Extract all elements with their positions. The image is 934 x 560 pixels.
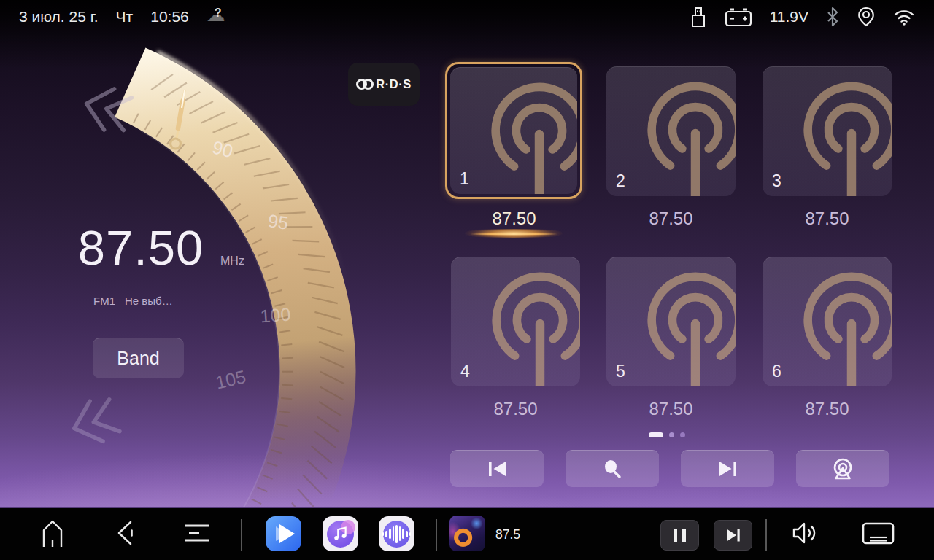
- status-date: 3 июл. 25 г.: [19, 8, 99, 26]
- status-time: 10:56: [150, 8, 189, 26]
- antenna-icon: [790, 267, 892, 386]
- now-playing-album-art[interactable]: [449, 516, 485, 551]
- preset-frequency: 87.50: [606, 209, 736, 229]
- dial-label-100: 100: [260, 304, 292, 327]
- radio-app-screen: 90 95 100 105 3 июл. 25 г. Чт 10:56 ☁: [0, 0, 934, 560]
- preset-tile-2[interactable]: 2: [606, 66, 736, 196]
- seek-up-chevron-icon[interactable]: [68, 395, 121, 448]
- car-battery-icon: [725, 7, 752, 27]
- skip-previous-icon: [487, 460, 507, 478]
- preset-frequency: 87.50: [763, 399, 892, 419]
- search-stations-button[interactable]: [566, 450, 659, 487]
- antenna-icon: [478, 77, 577, 194]
- preset-frequency: 87.50: [451, 399, 580, 419]
- preset-tile-5[interactable]: 5: [606, 257, 736, 386]
- seek-next-button[interactable]: [681, 450, 774, 487]
- skip-next-icon: [718, 460, 738, 478]
- weather-unknown-icon: ☁ ?: [207, 6, 231, 28]
- page-dot[interactable]: [669, 432, 674, 438]
- bluetooth-icon: [826, 7, 839, 27]
- preset-frequency: 87.50: [606, 399, 736, 419]
- nav-divider: [241, 519, 242, 551]
- band-button-label: Band: [117, 348, 159, 369]
- antenna-icon: [790, 77, 892, 196]
- frequency-unit: MHz: [220, 254, 244, 268]
- volume-icon[interactable]: [790, 518, 819, 551]
- preset-tile-3[interactable]: 3: [763, 66, 892, 196]
- nav-divider: [436, 519, 437, 551]
- page-dot-active[interactable]: [649, 432, 663, 438]
- status-bar: 3 июл. 25 г. Чт 10:56 ☁ ?: [0, 0, 934, 34]
- broadcast-icon: [831, 458, 854, 481]
- dial-label-95: 95: [267, 210, 290, 233]
- selected-preset-glow: [447, 229, 580, 238]
- station-name: Не выб…: [125, 295, 173, 307]
- rds-indicator: R·D·S: [348, 63, 420, 106]
- rds-label: R·D·S: [376, 77, 411, 91]
- dial-label-105: 105: [214, 366, 248, 393]
- music-app-icon[interactable]: [323, 516, 358, 551]
- display-off-icon[interactable]: [861, 518, 895, 551]
- wifi-icon: [893, 8, 915, 26]
- antenna-icon: [479, 267, 580, 386]
- play-icon: [266, 516, 301, 551]
- location-icon: [857, 6, 876, 28]
- preset-number: 6: [772, 362, 781, 381]
- waveform-icon: [382, 525, 411, 543]
- preset-number: 5: [616, 362, 625, 381]
- preset-number: 4: [460, 362, 470, 381]
- tuning-dial: 90 95 100 105: [0, 0, 379, 560]
- preset-frequency: 87.50: [763, 209, 892, 229]
- band-button[interactable]: Band: [93, 338, 184, 378]
- menu-icon[interactable]: [182, 518, 212, 551]
- status-day: Чт: [116, 8, 134, 26]
- preset-number: 2: [616, 171, 625, 191]
- back-icon[interactable]: [113, 518, 139, 551]
- page-dot[interactable]: [680, 432, 685, 438]
- search-icon: [603, 459, 622, 479]
- band-indicator: FM1: [93, 295, 115, 307]
- rds-logo-ring-icon: [363, 79, 374, 90]
- pause-icon: [674, 529, 686, 542]
- seek-previous-button[interactable]: [450, 450, 544, 487]
- preset-frequency: 87.50: [449, 209, 579, 229]
- current-frequency: 87.50: [75, 219, 207, 276]
- voice-app-icon[interactable]: [379, 516, 414, 551]
- preset-number: 1: [460, 169, 469, 189]
- now-playing-title: 87.5: [495, 526, 520, 542]
- preset-tile-4[interactable]: 4: [451, 257, 580, 386]
- preset-tile-1-selected[interactable]: 1: [445, 62, 582, 199]
- preset-number: 3: [772, 171, 781, 191]
- skip-next-icon: [725, 528, 741, 542]
- preset-tile-6[interactable]: 6: [763, 257, 892, 386]
- usb-icon: [690, 6, 707, 28]
- next-track-button[interactable]: [714, 520, 752, 551]
- music-note-icon: [330, 523, 352, 545]
- system-nav-bar: 87.5: [0, 507, 934, 560]
- broadcast-scan-button[interactable]: [796, 450, 889, 487]
- antenna-icon: [634, 267, 736, 386]
- pause-button[interactable]: [660, 520, 699, 551]
- preset-page-indicator: [649, 432, 685, 438]
- antenna-icon: [634, 77, 736, 196]
- battery-voltage: 11.9V: [770, 8, 808, 26]
- video-player-app-icon[interactable]: [266, 516, 301, 551]
- nav-divider: [765, 519, 767, 551]
- home-icon[interactable]: [38, 517, 67, 552]
